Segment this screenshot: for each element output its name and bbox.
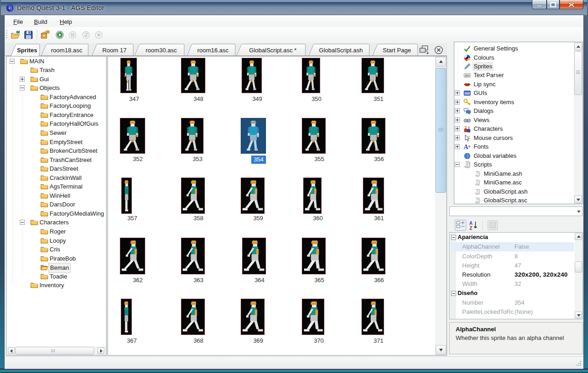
svg-text:room18.asc: room18.asc [51,47,82,54]
svg-text:A: A [469,221,472,226]
svg-text:Start Page: Start Page [383,47,411,54]
svg-text:Z: Z [469,226,472,231]
svg-text:Room 17: Room 17 [102,47,127,54]
svg-text:room16.asc: room16.asc [198,47,229,54]
svg-text:a: a [468,144,470,148]
svg-text:abc: abc [465,74,470,77]
svg-text:GlobalScript.ash: GlobalScript.ash [319,47,362,54]
svg-text:GUI: GUI [464,92,470,95]
svg-text:Sprites: Sprites [17,47,37,54]
svg-text:GlobalScript.asc *: GlobalScript.asc * [249,47,296,54]
svg-text:room30.asc: room30.asc [146,47,177,54]
